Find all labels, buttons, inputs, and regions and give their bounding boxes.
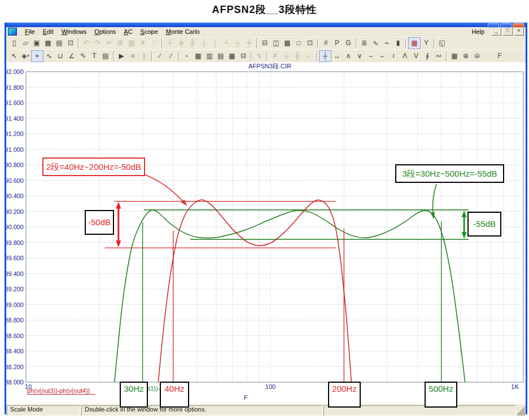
annotation-note-2dan[interactable]: 2段=40Hz~200Hz=-50dB — [42, 158, 145, 176]
probe-icon[interactable]: ⌁ — [381, 38, 392, 49]
hstripe-box-icon[interactable]: ▤ — [215, 51, 226, 62]
plot-svg[interactable]: 92.00091.80091.60091.40091.20091.00090.8… — [6, 62, 526, 404]
plot-canvas[interactable]: 92.00091.80091.60091.40091.20091.00090.8… — [6, 62, 526, 404]
both-cursors-icon[interactable]: ╫ — [292, 51, 303, 62]
copy-icon[interactable]: ⊞ — [115, 38, 126, 49]
menu-ac[interactable]: AC — [120, 28, 136, 35]
waveform-icon[interactable]: ∿ — [370, 38, 381, 49]
stop-icon[interactable]: ■ — [127, 51, 138, 62]
tracker-icon[interactable]: ↯ — [253, 51, 265, 62]
inflection-icon[interactable]: ≀ — [388, 51, 399, 62]
titlebar-maximize-button[interactable] — [500, 23, 511, 28]
vstripe-box-icon[interactable]: ▥ — [204, 51, 215, 62]
tangent-line-icon[interactable]: ∕ — [154, 51, 165, 62]
doc-close-button[interactable]: × — [514, 27, 524, 36]
select-box-icon[interactable]: ▫ — [181, 51, 193, 62]
high-icon[interactable]: ⌢ — [365, 51, 377, 62]
maximize-window-icon[interactable]: ⊡ — [304, 38, 316, 49]
pencil-icon[interactable]: ✎ — [77, 51, 89, 62]
edit-tool-icon-5[interactable]: ├ — [209, 38, 221, 49]
menu-options[interactable]: Options — [90, 28, 120, 35]
valley-icon[interactable]: ∨ — [354, 51, 365, 62]
paste-icon[interactable]: ▥ — [126, 38, 137, 49]
freq-label-40hz[interactable]: 40Hz — [160, 382, 189, 408]
double-peak-icon[interactable]: ∿ — [43, 51, 55, 62]
low-icon[interactable]: ⌣ — [377, 51, 388, 62]
next-point-icon[interactable]: ↔ — [331, 51, 343, 62]
edit-tool-icon-2[interactable]: ╪ — [176, 38, 187, 49]
edit-tool-icon-3[interactable]: ╫ — [187, 38, 198, 49]
delete-icon[interactable]: ✗ — [137, 38, 148, 49]
tag-line-icon[interactable]: ⁄ — [165, 51, 177, 62]
numeric-output-icon[interactable]: ≣ — [359, 38, 370, 49]
cursor-mode-icon[interactable]: ┼ — [319, 50, 331, 62]
redo-icon[interactable]: ↷ — [92, 38, 103, 49]
annotation-note-3dan[interactable]: 3段=30Hz~500Hz=-55dB — [395, 164, 504, 183]
curve-select-icon[interactable]: ⌣ — [303, 51, 314, 62]
p-key-icon[interactable]: P — [331, 38, 343, 49]
component-list-icon[interactable]: ◈▾ — [20, 51, 31, 62]
doc-restore-button[interactable]: □ — [502, 27, 513, 36]
titlebar-close-button[interactable] — [513, 23, 524, 28]
pause-icon[interactable]: ∥ — [138, 51, 150, 62]
autoscale-icon[interactable]: ◌ — [483, 51, 494, 62]
edit-tool-icon-4[interactable]: ┤ — [198, 38, 209, 49]
zoom-box-icon[interactable]: ◱ — [436, 38, 448, 49]
new-file-icon[interactable]: ▯ — [8, 38, 20, 49]
edit-tool-icon-8[interactable]: ┿ — [243, 38, 255, 49]
edit-tool-icon-7[interactable]: ┬ — [232, 38, 243, 49]
y-axis-icon[interactable]: Y — [421, 38, 432, 49]
save-all-icon[interactable]: ▦ — [42, 38, 54, 49]
edit-tool-icon-6[interactable]: ┴ — [221, 38, 232, 49]
properties-icon[interactable]: ▤ — [100, 51, 111, 62]
text-tool-icon[interactable]: T — [89, 51, 100, 62]
global-high-icon[interactable]: Λ — [399, 51, 410, 62]
peak-icon[interactable]: ∧ — [343, 51, 354, 62]
dot-grid-box-icon[interactable]: ▩ — [226, 51, 238, 62]
save-icon[interactable]: ▣ — [31, 38, 42, 49]
menu-monte-carlo[interactable]: Monte Carlo — [162, 28, 204, 35]
menu-file[interactable]: File — [21, 28, 39, 35]
dim-label-50db[interactable]: -50dB — [85, 210, 114, 235]
plot-area[interactable]: 92.00091.80091.60091.40091.20091.00090.8… — [6, 62, 526, 404]
cut-icon[interactable]: ✂ — [103, 38, 115, 49]
data-table-icon[interactable]: ▦ — [449, 51, 460, 62]
select-all-icon[interactable]: ∷ — [148, 38, 160, 49]
cascade-icon[interactable]: ▩ — [282, 38, 293, 49]
print-icon[interactable]: ▤ — [54, 38, 65, 49]
delete-cursor-icon[interactable]: ✗ — [269, 51, 281, 62]
undo-icon[interactable]: ↶ — [81, 38, 92, 49]
bench-icon[interactable]: ⊔ — [55, 51, 66, 62]
measure-icon[interactable]: ∾ — [433, 51, 444, 62]
zoom-out-icon[interactable]: ⊖ — [471, 51, 483, 62]
zoom-in-icon[interactable]: ⊕ — [460, 51, 471, 62]
hsplit-box-icon[interactable]: ⊟ — [238, 51, 249, 62]
graph-select-icon[interactable]: ⌖ — [31, 50, 43, 62]
tile-horizontal-icon[interactable]: ⊟ — [259, 38, 270, 49]
menu-help[interactable]: Help — [466, 28, 490, 35]
freq-label-500hz[interactable]: 500Hz — [425, 382, 457, 408]
doc-minimize-button[interactable]: _ — [491, 27, 501, 36]
menu-windows[interactable]: Windows — [58, 28, 91, 35]
plot-window-icon[interactable]: ▦ — [408, 37, 421, 49]
g-key-icon[interactable]: G — [343, 38, 354, 49]
calculator-icon[interactable]: # — [320, 38, 331, 49]
grid-box-icon[interactable]: ▦ — [193, 51, 204, 62]
titlebar-minimize-button[interactable] — [488, 23, 499, 28]
ruler-icon[interactable]: ∠ — [66, 51, 77, 62]
envelope-icon[interactable]: ∮ — [422, 51, 433, 62]
global-low-icon[interactable]: V — [410, 51, 422, 62]
select-arrow-icon[interactable]: ↖ — [8, 51, 20, 62]
freq-label-200hz[interactable]: 200Hz — [328, 382, 361, 408]
state-variables-icon[interactable]: ▮ — [392, 38, 404, 49]
resize-grip[interactable] — [517, 405, 525, 415]
open-file-icon[interactable]: ▱ — [20, 38, 31, 49]
print-preview-icon[interactable]: ⊡ — [65, 38, 76, 49]
add-cursor-icon[interactable]: ┼ — [281, 51, 292, 62]
f-key-icon[interactable]: F — [494, 51, 505, 62]
run-icon[interactable]: ▶ — [116, 51, 127, 62]
overlap-window-icon[interactable]: □ — [293, 38, 304, 49]
edit-tool-icon-1[interactable]: ┼ — [164, 38, 176, 49]
menu-edit[interactable]: Edit — [39, 28, 58, 35]
freq-label-30hz[interactable]: 30Hz — [120, 382, 148, 408]
